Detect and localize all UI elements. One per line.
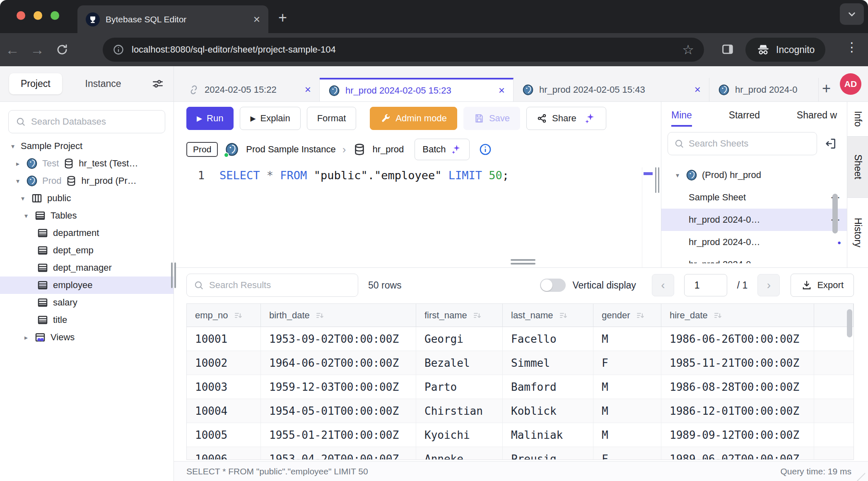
next-page-button[interactable]: › (757, 274, 780, 296)
sheet-item-selected[interactable]: hr_prod 2024-0… ⋯ (661, 209, 847, 231)
rail-tab-info[interactable]: Info (847, 102, 868, 137)
sheet-item-unsaved[interactable]: hr_prod 2024-0… ● (661, 231, 847, 253)
sort-icon[interactable] (233, 310, 243, 320)
search-databases-input[interactable] (31, 116, 158, 127)
tree-item-table-department[interactable]: department (0, 224, 174, 242)
explain-button[interactable]: ▶ Explain (240, 107, 300, 130)
tab-mine[interactable]: Mine (671, 110, 692, 121)
caret-down-icon[interactable]: ▾ (9, 142, 17, 150)
tree-item-table-title[interactable]: title (0, 311, 174, 329)
rail-tab-history[interactable]: History (847, 198, 868, 267)
browser-tab[interactable]: Bytebase SQL Editor × (77, 5, 268, 33)
window-minimize-button[interactable] (34, 11, 42, 20)
tree-item-project[interactable]: ▾ Sample Project (0, 137, 174, 155)
tree-group-views[interactable]: ▸ Views (0, 329, 174, 346)
close-icon[interactable]: × (694, 83, 701, 96)
site-info-icon[interactable] (113, 44, 124, 55)
format-button[interactable]: Format (307, 107, 357, 130)
user-avatar[interactable]: AD (840, 73, 861, 95)
side-panel-icon[interactable] (721, 42, 735, 56)
sheet-item-partial[interactable]: hr_prod 2024-0… (661, 159, 847, 164)
tree-item-schema-public[interactable]: ▾ public (0, 190, 174, 207)
vertical-display-toggle[interactable] (540, 279, 566, 292)
tree-item-hr-prod[interactable]: ▾ Prod hr_prod (Pr… (0, 172, 174, 190)
tab-instance[interactable]: Instance (74, 73, 133, 94)
url-bar[interactable]: localhost:8080/sql-editor/sheet/project-… (103, 38, 704, 62)
close-icon[interactable]: × (499, 84, 505, 97)
sql-editor[interactable]: 1 SELECT * FROM "public"."employee" LIMI… (174, 164, 661, 182)
column-header[interactable]: hire_date (661, 304, 814, 327)
sheet-item-sample-sheet[interactable]: Sample Sheet ⋯ (661, 186, 847, 209)
batch-button[interactable]: Batch (415, 139, 469, 160)
save-button[interactable]: Save (463, 107, 520, 130)
back-icon[interactable]: ← (0, 42, 25, 58)
forward-icon[interactable]: → (25, 42, 50, 58)
export-button[interactable]: Export (791, 274, 854, 297)
sheet-search[interactable] (668, 132, 817, 155)
admin-mode-button[interactable]: Admin mode (370, 107, 457, 130)
new-sheet-button[interactable]: + (822, 80, 831, 97)
caret-down-icon[interactable]: ▾ (674, 171, 681, 179)
tree-item-table-employee[interactable]: employee (0, 277, 174, 294)
table-row[interactable]: 100051955-01-21T00:00:00ZKyoichiMaliniak… (187, 423, 854, 447)
caret-down-icon[interactable]: ▾ (19, 195, 27, 202)
search-results-input[interactable] (209, 280, 351, 291)
browser-menu-icon[interactable]: ⋮ (846, 40, 858, 54)
tab-project[interactable]: Project (9, 73, 62, 94)
editor-tab-3[interactable]: hr_prod 2024-02-05 15:43 × (514, 78, 709, 101)
results-search[interactable] (186, 274, 358, 297)
column-header[interactable]: first_name (416, 304, 503, 327)
table-row[interactable]: 100011953-09-02T00:00:00ZGeorgiFacelloM1… (187, 327, 854, 351)
search-sheets-input[interactable] (689, 138, 811, 149)
url-text[interactable]: localhost:8080/sql-editor/sheet/project-… (132, 44, 675, 55)
info-circle-icon[interactable] (479, 143, 492, 156)
editor-resize-handle[interactable] (655, 167, 659, 193)
results-resize-handle[interactable] (511, 259, 535, 267)
prev-page-button[interactable]: ‹ (652, 274, 674, 296)
table-row[interactable]: 100041954-05-01T00:00:00ZChirstianKoblic… (187, 399, 854, 423)
share-button[interactable]: Share (526, 107, 606, 130)
database-search[interactable] (8, 110, 165, 133)
tab-search-button[interactable] (840, 3, 864, 25)
window-close-button[interactable] (17, 11, 25, 20)
run-button[interactable]: ▶ Run (186, 107, 234, 130)
database-name[interactable]: hr_prod (373, 144, 404, 155)
caret-down-icon[interactable]: ▾ (14, 177, 22, 185)
import-sheet-icon[interactable] (824, 137, 837, 150)
table-row-clipped[interactable]: 100061953-04-20T00:00:00ZAnnekePreusigF1… (187, 447, 854, 460)
page-number-input[interactable] (684, 274, 727, 296)
tab-starred[interactable]: Starred (729, 110, 760, 121)
sheet-list-scrollbar[interactable] (832, 194, 838, 233)
table-row[interactable]: 100021964-06-02T00:00:00ZBezalelSimmelF1… (187, 351, 854, 375)
reload-icon[interactable] (50, 43, 75, 56)
sort-icon[interactable] (315, 310, 325, 320)
tab-shared-with-me[interactable]: Shared w (797, 110, 837, 121)
sheet-item-unsaved[interactable]: hr_prod 2024-0… ● (661, 253, 847, 263)
editor-tab-2-active[interactable]: hr_prod 2024-02-05 15:23 × (320, 78, 514, 101)
tree-group-tables[interactable]: ▾ Tables (0, 207, 174, 224)
sort-icon[interactable] (558, 310, 568, 320)
sort-icon[interactable] (713, 310, 723, 320)
window-zoom-button[interactable] (51, 11, 59, 20)
caret-right-icon[interactable]: ▸ (22, 334, 30, 342)
new-tab-button[interactable]: + (278, 9, 287, 26)
caret-down-icon[interactable]: ▾ (22, 212, 30, 220)
bookmark-star-icon[interactable]: ☆ (682, 42, 694, 58)
table-row[interactable]: 100031959-12-03T00:00:00ZPartoBamfordM19… (187, 375, 854, 399)
rail-tab-sheet[interactable]: Sheet (847, 137, 868, 198)
sort-icon[interactable] (472, 310, 482, 320)
instance-name[interactable]: Prod Sample Instance (246, 144, 335, 155)
browser-tab-close-icon[interactable]: × (253, 14, 260, 25)
sheet-group-prod-hr-prod[interactable]: ▾ (Prod) hr_prod (661, 164, 847, 186)
sort-icon[interactable] (635, 310, 645, 320)
caret-right-icon[interactable]: ▸ (14, 160, 22, 168)
tree-item-table-dept-manager[interactable]: dept_manager (0, 259, 174, 277)
editor-tab-1[interactable]: 2024-02-05 15:22 × (180, 78, 320, 101)
column-header[interactable]: emp_no (187, 304, 261, 327)
tree-item-table-salary[interactable]: salary (0, 294, 174, 311)
close-icon[interactable]: × (305, 83, 311, 96)
resize-grip[interactable] (855, 473, 865, 481)
column-header[interactable]: last_name (503, 304, 593, 327)
tree-item-table-dept-emp[interactable]: dept_emp (0, 242, 174, 259)
results-scrollbar[interactable] (847, 309, 852, 337)
